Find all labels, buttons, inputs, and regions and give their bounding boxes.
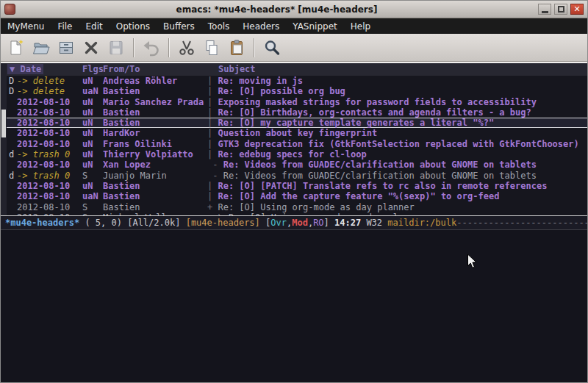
from-cell: Bastien <box>103 118 140 127</box>
flags-cell: uN <box>82 139 93 149</box>
date-cell: 2012-08-10 <box>17 160 70 170</box>
copy-icon[interactable] <box>201 37 223 59</box>
column-header-subject[interactable]: Subject <box>218 64 256 74</box>
thread-indicator: | <box>207 191 218 201</box>
subject-cell: \ Re: [O] Using org-mode as day planner <box>207 212 425 215</box>
menu-file[interactable]: File <box>51 20 79 33</box>
date-cell: 2012-08-10 <box>17 181 70 191</box>
subject-text: Re: [O] Add the capture feature "%(sexp)… <box>218 191 499 201</box>
modeline-buffer: *mu4e-headers* <box>5 218 79 228</box>
echo-area[interactable] <box>1 230 587 382</box>
date-cell: 2012-08-10 <box>17 202 70 212</box>
menu-buffers[interactable]: Buffers <box>157 20 201 33</box>
menu-tools[interactable]: Tools <box>201 20 237 33</box>
subject-cell: | Exposing masked strings for password f… <box>207 97 537 107</box>
mark-target-cell: -> trash 0 <box>17 171 70 181</box>
modeline-fill: ----------------------------------------… <box>456 218 587 228</box>
subject-text: Re: Videos from GUADEC/clarification abo… <box>223 160 537 170</box>
subject-text: Re: [O] my capture template generates a … <box>218 118 494 128</box>
modeline-maildir: maildir:/bulk <box>387 218 456 228</box>
message-row[interactable]: 2012-08-10uNMario Sanchez Prada| Exposin… <box>7 97 587 107</box>
buffer-content: ▼ Date Flgs From/To Subject D-> deleteuN… <box>7 63 587 215</box>
message-row[interactable]: D-> deleteuaNBastien| Re: [O] possible o… <box>7 86 587 96</box>
mark-target-cell: -> trash 0 <box>17 149 70 160</box>
subject-text: Re: [O] possible org bug <box>218 86 345 96</box>
headers-column-bar: ▼ Date Flgs From/To Subject <box>7 63 587 76</box>
from-cell: Bastien <box>103 202 140 212</box>
column-header-date[interactable]: ▼ Date <box>7 64 43 74</box>
toolbar <box>1 34 587 62</box>
message-row[interactable]: 2012-08-10uNHardKor| Question about key … <box>7 128 587 138</box>
undo-icon[interactable] <box>140 37 162 59</box>
message-row[interactable]: D-> deleteuNAndreas Röhler| Re: moving i… <box>7 76 587 86</box>
message-row[interactable]: 2012-08-10uNXan Lopez - Re: Videos from … <box>7 160 587 170</box>
menu-yasnippet[interactable]: YASnippet <box>286 20 344 33</box>
menu-options[interactable]: Options <box>110 20 157 33</box>
from-cell: Thierry Volpiatto <box>103 149 193 160</box>
flags-cell: uN <box>82 160 93 170</box>
thread-indicator: | <box>207 139 218 149</box>
modeline-plain: [All/2.0k] <box>127 218 185 228</box>
thread-indicator: + <box>207 202 218 212</box>
message-row[interactable]: 2012-08-10SMichael Welle \ Re: [O] Using… <box>7 212 587 215</box>
subject-cell: | Re: [O] Add the capture feature "%(sex… <box>207 191 499 201</box>
date-cell: 2012-08-10 <box>17 118 70 127</box>
subject-text: Exposing masked strings for password fie… <box>218 97 536 107</box>
flags-cell: uN <box>82 107 93 118</box>
save-icon[interactable] <box>105 37 127 59</box>
subject-text: Re: [O] Birthdays, org-contacts and agen… <box>218 107 531 118</box>
subject-cell: | Re: [O] [PATCH] Translate refs to rc a… <box>207 181 547 191</box>
cut-icon[interactable] <box>176 37 198 59</box>
message-row[interactable]: 2012-08-10uNBastien| Re: [O] [PATCH] Tra… <box>7 181 587 191</box>
modeline-time: 14:27 <box>334 218 366 228</box>
open-file-icon[interactable] <box>30 37 52 59</box>
search-icon[interactable] <box>261 37 283 59</box>
message-row[interactable]: 2012-08-10uNBastien| Re: [O] my capture … <box>7 118 587 128</box>
message-row[interactable]: d-> trash 0SJuanjo Marin - Re: Videos fr… <box>7 171 587 181</box>
mark-prefix: D <box>9 86 14 96</box>
new-file-icon[interactable] <box>5 37 27 59</box>
from-cell: Andreas Röhler <box>103 76 177 86</box>
title-bar[interactable]: emacs: *mu4e-headers* [mu4e-headers] ✕ <box>1 1 587 18</box>
minimize-button[interactable] <box>538 4 551 15</box>
emacs-frame: emacs: *mu4e-headers* [mu4e-headers] ✕ M… <box>0 0 588 383</box>
flags-cell: uaN <box>82 86 98 96</box>
paste-icon[interactable] <box>226 37 248 59</box>
modeline-plain: ( 5, 0) <box>79 218 127 228</box>
scrollbar-thumb[interactable] <box>1 110 6 137</box>
mode-line[interactable]: *mu4e-headers* ( 5, 0) [All/2.0k] [mu4e-… <box>1 215 587 230</box>
flags-cell: S <box>82 171 87 181</box>
subject-cell: | Question about key fingerprint <box>207 128 377 138</box>
dired-icon[interactable] <box>55 37 77 59</box>
message-row[interactable]: 2012-08-10uNBastien| Re: [O] Birthdays, … <box>7 107 587 118</box>
emacs-icon[interactable] <box>4 4 15 15</box>
thread-indicator: | <box>207 76 218 86</box>
column-header-from[interactable]: From/To <box>103 64 140 74</box>
from-cell: Bastien <box>103 86 140 96</box>
flags-cell: uaN <box>82 191 98 201</box>
thread-indicator: | <box>207 86 218 96</box>
flags-cell: uN <box>82 149 93 160</box>
thread-indicator: | <box>207 149 218 160</box>
date-cell: 2012-08-10 <box>17 107 70 118</box>
toolbar-separator <box>133 38 135 57</box>
menu-mymenu[interactable]: MyMenu <box>1 20 51 33</box>
message-row[interactable]: 2012-08-10SBastien+ Re: [O] Using org-mo… <box>7 202 587 212</box>
kill-buffer-icon[interactable] <box>80 37 102 59</box>
menu-headers[interactable]: Headers <box>236 20 286 33</box>
column-header-flags[interactable]: Flgs <box>82 64 104 74</box>
close-button[interactable]: ✕ <box>570 4 584 15</box>
menu-edit[interactable]: Edit <box>79 20 110 33</box>
minimize-icon <box>542 11 548 13</box>
from-cell: Bastien <box>103 191 140 201</box>
scrollbar[interactable] <box>1 63 7 215</box>
subject-text: Re: [O] [PATCH] Translate refs to rc als… <box>218 181 547 191</box>
subject-text: Re: moving in js <box>218 76 303 86</box>
from-cell: HardKor <box>103 128 140 138</box>
message-row[interactable]: d-> trash 0uNThierry Volpiatto| Re: edeb… <box>7 149 587 160</box>
subject-text: Question about key fingerprint <box>218 128 377 138</box>
message-row[interactable]: 2012-08-10uaNBastien| Re: [O] Add the ca… <box>7 191 587 201</box>
menu-help[interactable]: Help <box>344 20 377 33</box>
maximize-button[interactable] <box>554 4 567 15</box>
message-row[interactable]: 2012-08-10uNFrans Oilinki| GTK3 deprecat… <box>7 139 587 149</box>
